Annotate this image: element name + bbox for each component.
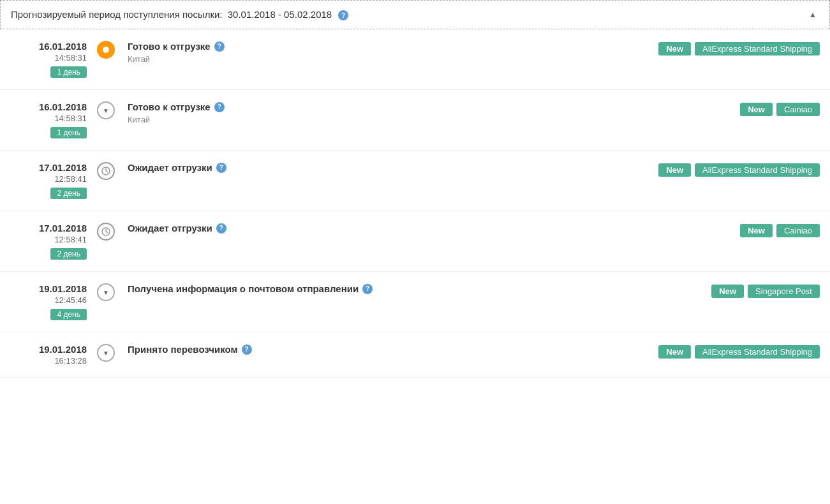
main-container: Прогнозируемый период поступления посылк… (0, 0, 830, 378)
event-title: Готово к отгрузке ? (128, 41, 609, 52)
day-badge: 2 день (50, 248, 87, 260)
timeline-row: 16.01.2018 14:58:31 1 день Готово к отгр… (0, 29, 830, 90)
event-content: Получена информация о почтовом отправлен… (119, 283, 616, 297)
header-label: Прогнозируемый период поступления посылк… (11, 9, 223, 20)
header-bar: Прогнозируемый период поступления посылк… (0, 0, 830, 29)
badge-carrier: Cainiao (776, 224, 820, 237)
badge-new: New (740, 103, 773, 116)
badge-carrier: Singapore Post (748, 285, 820, 298)
event-date: 16.01.2018 (10, 41, 87, 52)
event-date: 19.01.2018 (10, 283, 87, 294)
timeline-row: 17.01.2018 12:58:41 2 день Ожидает отгру… (0, 211, 830, 272)
badge-carrier: AliExpress Standard Shipping (695, 163, 820, 177)
timeline-row: 19.01.2018 16:13:28 ▼ Принято перевозчик… (0, 332, 830, 378)
chevron-down-icon: ▼ (103, 350, 109, 357)
badges-column: New Cainiao (616, 101, 820, 116)
timeline-line: ▼ (93, 283, 119, 301)
event-date: 19.01.2018 (10, 344, 87, 355)
svg-line-2 (106, 171, 108, 172)
event-content: Готово к отгрузке ? Китай (119, 101, 616, 124)
header-help-icon[interactable]: ? (338, 10, 348, 20)
badge-carrier: Cainiao (776, 103, 820, 116)
svg-line-5 (106, 232, 108, 233)
badge-carrier: AliExpress Standard Shipping (695, 345, 820, 359)
day-badge: 1 день (50, 66, 87, 78)
timeline-icon-clock (97, 162, 115, 180)
event-date: 17.01.2018 (10, 162, 87, 173)
badge-new: New (658, 42, 691, 56)
event-time: 16:13:28 (10, 356, 87, 366)
timeline-row: 17.01.2018 12:58:41 2 день Ожидает отгру… (0, 151, 830, 211)
timeline-container: 16.01.2018 14:58:31 1 день Готово к отгр… (0, 29, 830, 378)
badge-new: New (740, 224, 773, 237)
badges-column: New AliExpress Standard Shipping (616, 344, 820, 359)
badge-carrier: AliExpress Standard Shipping (695, 42, 820, 56)
event-location: Китай (128, 54, 609, 64)
timeline-icon-down[interactable]: ▼ (97, 283, 115, 301)
event-title: Принято перевозчиком ? (128, 344, 609, 355)
event-title: Ожидает отгрузки ? (128, 223, 609, 233)
badge-new: New (658, 163, 691, 177)
event-title: Ожидает отгрузки ? (128, 162, 609, 173)
date-column: 19.01.2018 12:45:46 4 день (10, 283, 93, 320)
date-column: 19.01.2018 16:13:28 (10, 344, 93, 366)
badges-column: New AliExpress Standard Shipping (616, 162, 820, 177)
badge-new: New (658, 345, 691, 359)
collapse-button[interactable]: ▲ (806, 8, 819, 21)
timeline-line (93, 41, 119, 59)
timeline-line (93, 223, 119, 241)
day-badge: 4 день (50, 309, 87, 320)
chevron-down-icon: ▼ (103, 107, 109, 114)
day-badge: 2 день (50, 188, 87, 199)
date-column: 16.01.2018 14:58:31 1 день (10, 41, 93, 78)
event-date: 17.01.2018 (10, 223, 87, 233)
chevron-up-icon: ▲ (809, 10, 817, 19)
chevron-down-icon: ▼ (103, 289, 109, 296)
timeline-icon-down[interactable]: ▼ (97, 101, 115, 119)
event-time: 12:58:41 (10, 235, 87, 244)
badges-column: New AliExpress Standard Shipping (616, 41, 820, 56)
date-column: 16.01.2018 14:58:31 1 день (10, 101, 93, 138)
badge-new: New (711, 285, 744, 298)
timeline-icon-clock (97, 223, 115, 241)
event-content: Принято перевозчиком ? (119, 344, 616, 357)
event-help-icon[interactable]: ? (242, 345, 252, 355)
timeline-icon-active (97, 41, 115, 59)
date-column: 17.01.2018 12:58:41 2 день (10, 162, 93, 199)
event-title: Готово к отгрузке ? (128, 101, 609, 112)
timeline-row: 16.01.2018 14:58:31 1 день ▼ Готово к от… (0, 90, 830, 151)
timeline-icon-down[interactable]: ▼ (97, 344, 115, 362)
event-help-icon[interactable]: ? (214, 41, 225, 52)
event-help-icon[interactable]: ? (214, 102, 225, 112)
event-content: Готово к отгрузке ? Китай (119, 41, 616, 64)
clock-icon (101, 227, 110, 236)
event-time: 12:45:46 (10, 295, 87, 305)
event-content: Ожидает отгрузки ? (119, 162, 616, 175)
badges-column: New Singapore Post (616, 283, 820, 298)
header-date-range: 30.01.2018 - 05.02.2018 (228, 9, 332, 20)
event-help-icon[interactable]: ? (216, 223, 226, 233)
timeline-line: ▼ (93, 101, 119, 119)
date-column: 17.01.2018 12:58:41 2 день (10, 223, 93, 260)
event-time: 14:58:31 (10, 53, 87, 63)
event-title: Получена информация о почтовом отправлен… (128, 283, 609, 294)
event-help-icon[interactable]: ? (362, 284, 373, 294)
clock-icon (101, 167, 110, 175)
event-location: Китай (128, 115, 609, 124)
badges-column: New Cainiao (616, 223, 820, 237)
event-date: 16.01.2018 (10, 101, 87, 112)
event-help-icon[interactable]: ? (216, 163, 226, 173)
event-time: 12:58:41 (10, 174, 87, 184)
timeline-row: 19.01.2018 12:45:46 4 день ▼ Получена ин… (0, 272, 830, 332)
timeline-line: ▼ (93, 344, 119, 362)
day-badge: 1 день (50, 127, 87, 138)
event-time: 14:58:31 (10, 114, 87, 123)
event-content: Ожидает отгрузки ? (119, 223, 616, 236)
timeline-line (93, 162, 119, 180)
header-text: Прогнозируемый период поступления посылк… (11, 9, 348, 21)
